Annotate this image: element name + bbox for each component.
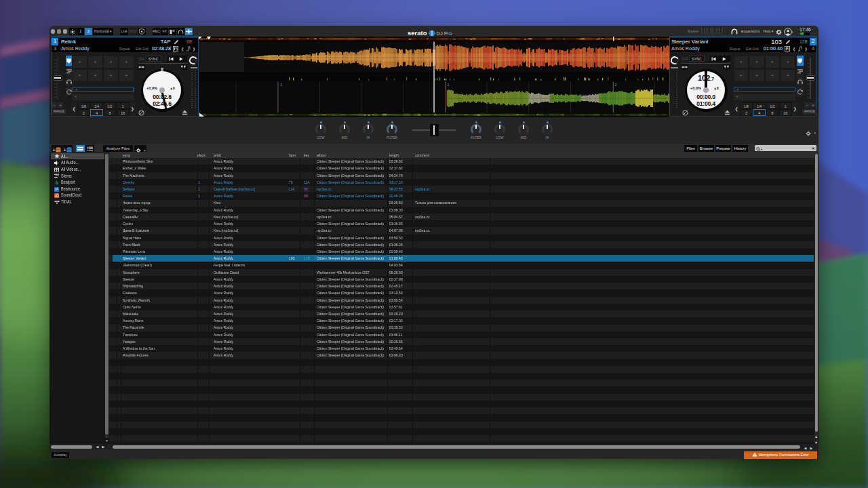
svg-text:-1: -1 <box>279 83 283 87</box>
svg-text:1: 1 <box>448 83 450 87</box>
svg-text:2: 2 <box>615 83 617 87</box>
